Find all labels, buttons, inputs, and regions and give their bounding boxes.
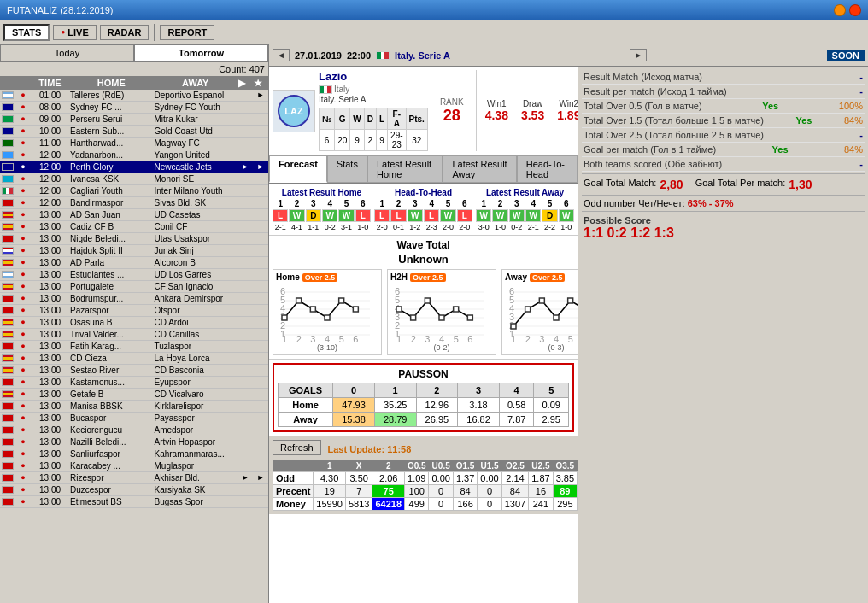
match-time: 13:00 [31,317,69,328]
close-btn[interactable] [849,4,861,16]
minimize-btn[interactable] [834,4,846,16]
match-btn1 [238,149,253,161]
left-panel: Today Tomorrow Count: 407 TIME HOME AWAY… [0,44,269,603]
match-count: Count: 407 [0,62,268,77]
match-row[interactable]: ● 13:00 Sestao River CD Basconia [0,365,268,377]
match-away: Payasspor [154,413,238,424]
goal-total-match: 2,80 [660,178,683,191]
pausson-title: PAUSSON [278,368,569,380]
match-row[interactable]: ● 13:00 Sanliurfaspor Kahramanmaras... [0,448,268,460]
match-btn2[interactable]: ► [253,472,268,483]
report-btn[interactable]: REPORT [160,25,214,40]
refresh-btn[interactable]: Refresh [273,440,321,455]
match-row[interactable]: ● 13:00 Duzcespor Karsiyaka SK [0,484,268,496]
h2h-results-title: Head-To-Head [374,188,472,197]
radar-btn[interactable]: RADAR [100,25,150,40]
home-rank-block: RANK 28 [431,70,472,151]
match-btn2[interactable]: ► [253,161,268,173]
match-row[interactable]: ● 10:00 Eastern Sub... Gold Coast Utd [0,126,268,138]
match-row[interactable]: ● 13:00 Fatih Karag... Tuzlaspor [0,341,268,353]
match-info-bar: ◄ 27.01.2019 22:00 Italy. Serie A ► SOON [269,44,868,67]
match-btn1[interactable]: ► [238,161,253,173]
nav-tab-3[interactable]: Latest Result Away [443,155,516,183]
match-flag [0,293,15,304]
nav-tab-0[interactable]: Forecast [269,155,327,183]
match-row[interactable]: ● 13:00 Hajduk Split II Junak Sinj [0,245,268,257]
match-status: ● [15,305,31,316]
match-btn2[interactable]: ► [253,90,268,101]
match-row[interactable]: ● 13:00 Kastamonus... Eyupspor [0,377,268,389]
match-row[interactable]: ● 13:00 Bodrumspur... Ankara Demirspor [0,293,268,305]
col-b2: ★ [253,77,268,90]
match-row[interactable]: ● 13:00 Cadiz CF B Conil CF [0,221,268,233]
match-time: 10:00 [31,126,69,137]
tab-tomorrow[interactable]: Tomorrow [134,44,268,61]
match-row[interactable]: ● 01:00 Talleres (RdE) Deportivo Espanol… [0,90,268,102]
match-row[interactable]: ● 13:00 Rizespor Akhisar Bld. ► ► [0,472,268,484]
results-section: Latest Result Home 123456LWDWWL2-14-11-1… [269,184,578,236]
date-nav-prev[interactable]: ◄ [273,49,290,61]
match-row[interactable]: ● 09:00 Perseru Serui Mitra Kukar [0,114,268,126]
match-row[interactable]: ● 13:00 Karacabey ... Muglaspor [0,460,268,472]
win1-block: Win1 4.38 [485,99,508,122]
match-row[interactable]: ● 12:00 Bandirmaspor Sivas Bld. SK [0,197,268,209]
match-row[interactable]: ● 13:00 Keciorengucu Amedspor [0,424,268,436]
match-time: 13:00 [31,221,69,232]
match-row[interactable]: ● 13:00 Bucaspor Payasspor [0,413,268,424]
center-panel: LAZ Lazio Italy Italy. Serie A [269,67,578,603]
match-btn1 [238,197,253,208]
match-btn2 [253,448,268,460]
match-status: ● [15,472,31,483]
match-row[interactable]: ● 13:00 CD Cieza La Hoya Lorca [0,353,268,365]
content-area: LAZ Lazio Italy Italy. Serie A [269,67,868,603]
match-flag [0,90,15,101]
live-btn[interactable]: ● LIVE [53,25,96,40]
match-flag [0,281,15,292]
svg-rect-53 [467,315,472,320]
nav-tab-2[interactable]: Latest Result Home [367,155,443,183]
match-btn1 [238,126,253,137]
match-row[interactable]: ● 11:00 Hantharwad... Magway FC [0,138,268,149]
match-btn2 [253,424,268,436]
match-away: Monori SE [154,173,238,184]
match-row[interactable]: ● 13:00 Osasuna B CD Ardoi [0,317,268,329]
stats-btn[interactable]: STATS [3,24,50,41]
home-stats-table: №GWDLF-APts. 6 20 9 2 9 29-23 32 [319,108,428,151]
date-nav-next[interactable]: ► [630,49,647,61]
svg-text:1: 1 [511,334,516,343]
match-row[interactable]: ● 13:00 Nigde Beledi... Utas Usakspor [0,233,268,245]
match-away: Utas Usakspor [154,233,238,244]
match-row[interactable]: ● 13:00 Nazilli Beledi... Artvin Hopaspo… [0,436,268,448]
match-away: Alcorcon B [154,257,238,268]
stat-item: Both teams scored (Обе забьют) - [582,157,865,172]
match-row[interactable]: ● 13:00 AD San Juan UD Casetas [0,209,268,221]
match-flag [0,245,15,256]
match-row[interactable]: ● 12:00 Perth Glory Newcastle Jets ► ► [0,161,268,173]
match-row[interactable]: ● 13:00 Estudiantes ... UD Los Garres [0,269,268,281]
tab-today[interactable]: Today [0,44,134,61]
match-row[interactable]: ● 13:00 Portugalete CF San Ignacio [0,281,268,293]
match-row[interactable]: ● 12:00 Yadanarbon... Yangon United [0,149,268,161]
match-btn2 [253,496,268,507]
match-away: Artvin Hopaspor [154,436,238,448]
match-home: AD San Juan [69,209,154,220]
match-row[interactable]: ● 13:00 Pazarspor Ofspor [0,305,268,317]
match-row[interactable]: ● 13:00 Getafe B CD Vicalvaro [0,389,268,401]
match-row[interactable]: ● 13:00 Trival Valder... CD Canillas [0,329,268,341]
goal-total-per-label: Goal Total Per match: [695,178,786,191]
match-away: Deportivo Espanol [154,90,238,101]
nav-tab-4[interactable]: Head-To-Head [517,155,578,183]
wave-charts: Home Over 2.5 123456123456 (3-10) H2H Ov… [273,269,574,355]
match-row[interactable]: ● 12:00 Ivancsa KSK Monori SE [0,173,268,185]
match-row[interactable]: ● 08:00 Sydney FC ... Sydney FC Youth [0,102,268,114]
nav-tab-1[interactable]: Stats [327,155,367,183]
main-container: Today Tomorrow Count: 407 TIME HOME AWAY… [0,44,868,603]
match-row[interactable]: ● 12:00 Cagliari Youth Inter Milano Yout… [0,185,268,197]
match-flag [0,389,15,400]
match-row[interactable]: ● 13:00 Etimesout BS Bugsas Spor [0,496,268,508]
svg-text:6: 6 [280,286,285,296]
match-row[interactable]: ● 13:00 Manisa BBSK Kirklarelispor [0,401,268,413]
match-row[interactable]: ● 13:00 AD Parla Alcorcon B [0,257,268,269]
match-btn1[interactable]: ► [238,472,253,483]
match-home: Hantharwad... [69,138,154,149]
